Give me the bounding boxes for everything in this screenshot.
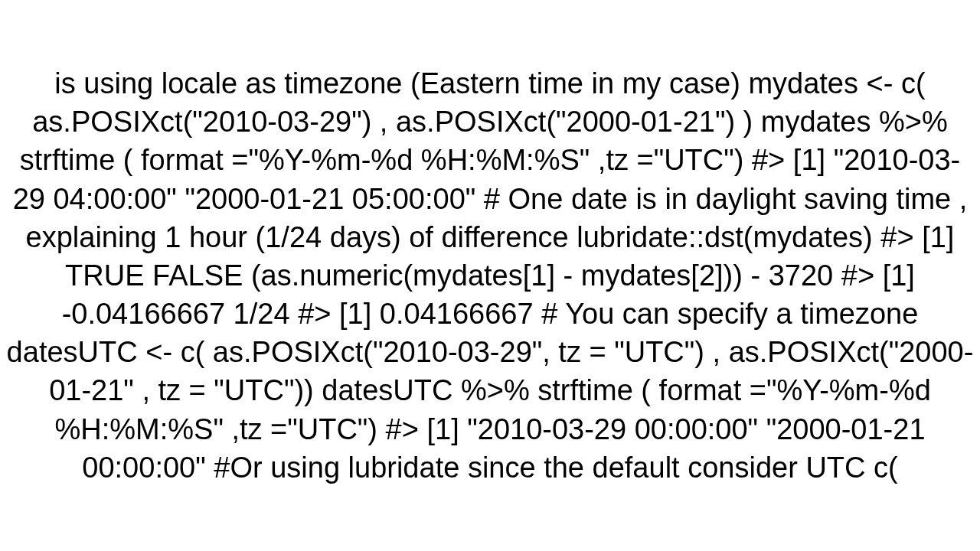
code-text-block: is using locale as timezone (Eastern tim… xyxy=(0,64,980,487)
